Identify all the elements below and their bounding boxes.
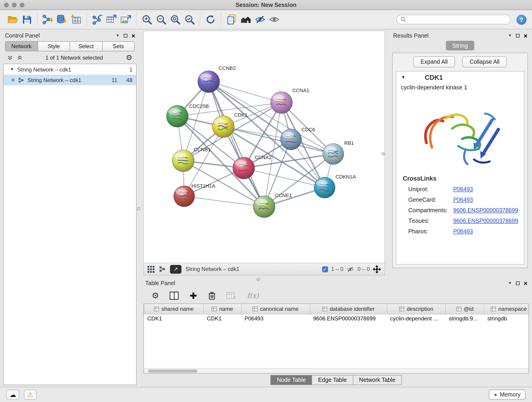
column-header-shared-name[interactable]: shared name [144,304,204,314]
main-area: Control Panel ▼ × NetworkStyleSelectSets… [0,29,532,387]
help-button[interactable]: ? [516,14,526,25]
show-panel-button[interactable] [267,12,281,27]
node-label: CCNB1 [194,147,210,153]
vertical-splitter-handle[interactable] [137,207,140,211]
houses-button[interactable] [239,12,253,27]
add-column-plus-icon[interactable] [189,292,197,300]
search-input[interactable] [406,16,507,23]
export-image-button[interactable] [119,12,133,27]
tab-sets[interactable]: Sets [102,41,135,51]
network-node-ccna1[interactable]: CCNA1 [271,88,309,114]
open-session-button[interactable] [6,12,20,27]
zoom-selected-button[interactable] [182,12,196,27]
table-settings-gear-icon[interactable]: ⚙ [152,292,159,300]
tab-network-table[interactable]: Network Table [353,375,402,385]
column-header-namespace[interactable]: namespace [484,304,528,314]
network-selection-text: 1 of 1 Network selected [27,54,122,61]
column-header-canonical-name[interactable]: canonical name [241,304,310,314]
duplicate-document-button[interactable] [225,12,239,27]
column-header-database-identifier[interactable]: database identifier [310,304,387,314]
gear-icon[interactable]: ⚙ [126,54,133,61]
close-panel-button[interactable]: × [524,32,527,39]
maximize-panel-button[interactable] [124,34,127,37]
import-table-button[interactable] [69,12,83,27]
clone-network-button[interactable] [104,12,119,27]
selected-checkbox-icon[interactable]: ✓ [322,266,328,272]
import-network-database-button[interactable] [55,12,69,27]
crosslink-link[interactable]: 9606.ENSP00000378699 [453,207,518,213]
column-header-name[interactable]: name [204,304,241,314]
column-header-description[interactable]: description [387,304,446,314]
network-node-ccnb2[interactable]: CCNB2 [198,65,235,93]
network-node-cdk1[interactable]: CDK1 [212,112,247,138]
tab-string[interactable]: String [446,41,474,51]
tab-style[interactable]: Style [37,41,70,51]
tab-edge-table[interactable]: Edge Table [312,375,353,385]
minimize-window-button[interactable] [12,2,17,7]
network-row[interactable]: String Network – cdk1 11 48 [4,75,136,85]
collapse-all-chevrons-icon[interactable] [17,55,22,60]
network-collection-row[interactable]: ▼ String Network – cdk1 1 [4,64,136,75]
tab-select[interactable]: Select [70,41,102,51]
search-icon [400,17,406,22]
table-tabs: Node TableEdge TableNetwork Table [143,375,529,385]
attribute-table: shared namenamecanonical namedatabase id… [144,304,528,323]
network-node-rb1[interactable]: RB1 [323,140,354,164]
network-node-hist1h1a[interactable]: HIST1H1A [174,183,215,207]
crosslink-label: GeneCard: [408,196,453,203]
cloud-button[interactable]: ☁ [6,390,19,400]
hide-panel-button[interactable] [253,12,267,27]
maximize-panel-button[interactable] [516,34,520,37]
refresh-button[interactable] [203,12,218,27]
float-panel-button[interactable]: ▼ [116,34,120,37]
crosslink-link[interactable]: P06493 [453,196,473,203]
vertical-splitter-handle[interactable] [382,152,385,155]
table-row[interactable]: CDK1CDK1P064939606.ENSP00000378699cyclin… [144,314,528,323]
section-collapse-triangle-icon[interactable]: ▼ [401,75,405,80]
float-panel-button[interactable]: ▼ [508,281,512,285]
crosslink-link[interactable]: P06493 [453,186,473,192]
horizontal-scrollbar[interactable] [144,368,528,373]
warnings-button[interactable]: ⚠ [24,390,37,400]
close-panel-button[interactable]: × [132,32,135,39]
horizontal-splitter-handle[interactable] [257,278,260,281]
show-columns-icon[interactable] [170,292,179,300]
network-canvas[interactable]: CCNB2CCNA1CDC25BCDK1CDC6RB1CCNB1CCNA2CDK… [143,31,385,263]
crosslink-link[interactable]: P06493 [453,228,473,235]
window-title: Session: New Session [0,2,532,8]
pan-move-icon[interactable] [373,265,381,273]
scrollbar-thumb[interactable] [148,370,197,373]
import-network-file-button[interactable] [41,12,55,27]
zoom-window-button[interactable] [20,2,24,7]
grid-view-icon[interactable] [147,266,154,273]
detach-view-button[interactable]: ↗ [170,265,181,274]
trash-icon[interactable] [208,291,216,300]
network-edge[interactable] [244,168,325,187]
zoom-out-button[interactable] [154,12,168,27]
network-node-cdc25b[interactable]: CDC25B [166,103,209,127]
expand-all-button[interactable]: Expand All [413,56,455,67]
tab-network[interactable]: Network [5,41,37,51]
tree-expand-triangle-icon[interactable]: ▼ [10,67,14,71]
table-scroll-area[interactable]: shared namenamecanonical namedatabase id… [144,304,528,368]
zoom-fit-icon [170,14,181,25]
column-header--id[interactable]: @id [446,304,484,314]
zoom-fit-button[interactable] [168,12,182,27]
collapse-all-button[interactable]: Collapse All [462,56,507,67]
new-network-button[interactable] [90,12,104,27]
tab-node-table[interactable]: Node Table [271,375,312,385]
expand-all-chevrons-icon[interactable] [7,55,13,60]
birdseye-view-icon[interactable] [158,265,166,273]
network-node-cdkn1a[interactable]: CDKN1A [314,174,356,198]
memory-button[interactable]: ● Memory [489,390,526,400]
close-panel-button[interactable]: × [524,280,527,286]
network-edge[interactable] [184,196,264,207]
crosslink-link[interactable]: 9606.ENSP00000378699 [453,217,518,224]
crosslink-row: Pharos:P06493 [396,226,524,236]
maximize-panel-button[interactable] [516,281,520,285]
float-panel-button[interactable]: ▼ [508,34,512,37]
save-session-button[interactable] [20,12,34,27]
zoom-in-button[interactable] [140,12,154,27]
close-window-button[interactable] [4,2,9,7]
hidden-eye-slash-icon[interactable] [347,265,355,273]
